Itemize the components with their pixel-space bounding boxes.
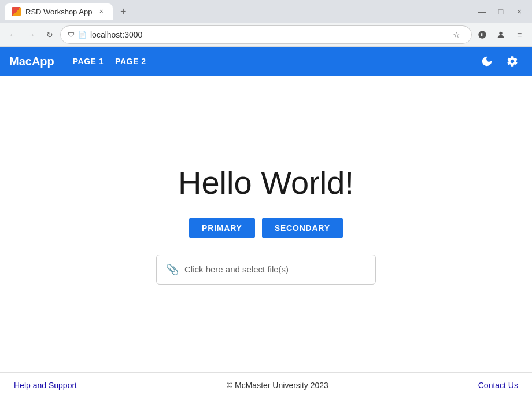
theme-toggle-icon[interactable] bbox=[476, 51, 497, 72]
tab-favicon bbox=[12, 7, 21, 16]
menu-icon[interactable]: ≡ bbox=[511, 27, 527, 43]
nav-page2[interactable]: PAGE 2 bbox=[110, 54, 150, 68]
hero-title: Hello World! bbox=[178, 164, 354, 201]
bookmark-icon[interactable]: ☆ bbox=[448, 27, 464, 43]
forward-button[interactable]: → bbox=[23, 27, 39, 43]
reload-button[interactable]: ↻ bbox=[42, 27, 58, 43]
help-support-link[interactable]: Help and Support bbox=[14, 381, 77, 390]
app-navbar: MacApp PAGE 1 PAGE 2 bbox=[0, 47, 532, 76]
contact-us-link[interactable]: Contact Us bbox=[478, 381, 518, 390]
pocket-icon[interactable] bbox=[474, 27, 490, 43]
browser-titlebar: RSD Workshop App × + — □ × bbox=[0, 0, 532, 23]
tab-title: RSD Workshop App bbox=[25, 8, 92, 16]
minimize-button[interactable]: — bbox=[474, 3, 490, 20]
maximize-button[interactable]: □ bbox=[493, 3, 509, 20]
browser-tab[interactable]: RSD Workshop App × bbox=[5, 3, 113, 20]
file-upload-area[interactable]: 📎 Click here and select file(s) bbox=[156, 255, 376, 285]
nav-links: PAGE 1 PAGE 2 bbox=[68, 54, 476, 68]
main-content: Hello World! PRIMARY SECONDARY 📎 Click h… bbox=[0, 76, 532, 372]
paperclip-icon: 📎 bbox=[166, 263, 179, 276]
svg-point-0 bbox=[499, 32, 502, 35]
window-controls: — □ × bbox=[474, 3, 527, 20]
app-footer: Help and Support © McMaster University 2… bbox=[0, 372, 532, 398]
settings-icon[interactable] bbox=[502, 51, 523, 72]
tab-close-button[interactable]: × bbox=[97, 7, 106, 16]
back-button[interactable]: ← bbox=[5, 27, 21, 43]
browser-chrome: RSD Workshop App × + — □ × ← → ↻ 🛡 📄 ☆ ≡ bbox=[0, 0, 532, 47]
app-brand: MacApp bbox=[9, 55, 54, 68]
address-bar-container: 🛡 📄 ☆ bbox=[60, 25, 472, 44]
window-close-button[interactable]: × bbox=[511, 3, 527, 20]
address-bar[interactable] bbox=[90, 30, 445, 39]
page-icon: 📄 bbox=[78, 31, 87, 39]
app-wrapper: MacApp PAGE 1 PAGE 2 Hello World! PRIMAR… bbox=[0, 47, 532, 398]
nav-page1[interactable]: PAGE 1 bbox=[68, 54, 108, 68]
toolbar-right: ≡ bbox=[474, 27, 527, 43]
secondary-button[interactable]: SECONDARY bbox=[262, 218, 343, 238]
security-icon: 🛡 bbox=[68, 31, 75, 39]
navbar-right bbox=[476, 51, 523, 72]
button-group: PRIMARY SECONDARY bbox=[189, 218, 343, 238]
primary-button[interactable]: PRIMARY bbox=[189, 218, 255, 238]
file-upload-label: Click here and select file(s) bbox=[184, 264, 289, 274]
footer-copyright: © McMaster University 2023 bbox=[227, 381, 328, 390]
firefox-account-icon[interactable] bbox=[493, 27, 509, 43]
new-tab-button[interactable]: + bbox=[115, 3, 131, 20]
browser-toolbar: ← → ↻ 🛡 📄 ☆ ≡ bbox=[0, 23, 532, 46]
